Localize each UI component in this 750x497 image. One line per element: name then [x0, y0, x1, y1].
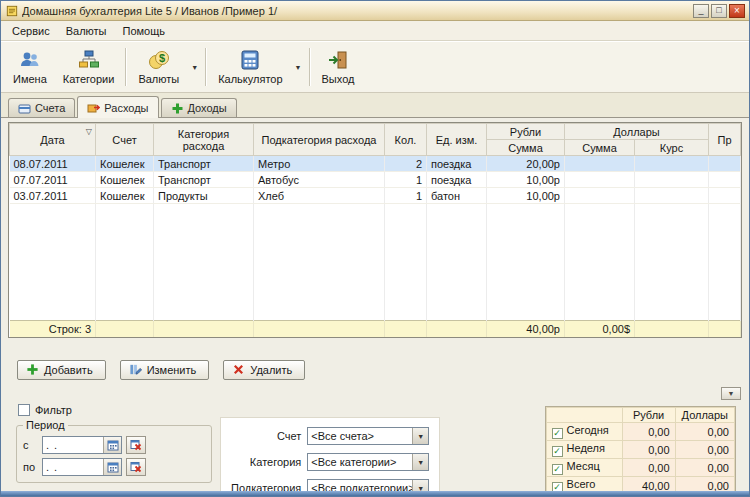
column-header-usd-sum[interactable]: Сумма — [565, 140, 635, 156]
date-to-label: по — [23, 461, 38, 473]
cell-usd-sum — [565, 156, 635, 172]
check-icon: ✓ — [553, 429, 561, 438]
date-from-clear-button[interactable] — [126, 436, 146, 454]
cell-usd-sum — [565, 172, 635, 188]
menubar: Сервис Валюты Помощь — [1, 21, 749, 41]
categories-icon — [78, 49, 100, 71]
tab-expenses[interactable]: Расходы — [77, 96, 158, 118]
delete-button-label: Удалить — [250, 364, 292, 376]
names-button-label: Имена — [13, 73, 47, 85]
summary-corner — [546, 408, 622, 423]
clear-date-icon — [130, 461, 142, 473]
cell-rub-sum: 20,00р — [487, 156, 565, 172]
category-filter-value: <Все категории> — [308, 456, 412, 468]
add-button-label: Добавить — [44, 364, 93, 376]
categories-button-label: Категории — [63, 73, 115, 85]
cell-qty: 1 — [385, 188, 427, 204]
column-header-note[interactable]: Пр — [709, 124, 741, 156]
column-header-rub-sum[interactable]: Сумма — [487, 140, 565, 156]
tabstrip: Счета Расходы Доходы — [1, 93, 749, 117]
tab-accounts[interactable]: Счета — [8, 98, 75, 117]
summary-today-rub: 0,00 — [622, 423, 675, 441]
category-filter-select[interactable]: <Все категории> ▼ — [307, 453, 429, 471]
titlebar[interactable]: Домашняя бухгалтерия Lite 5 / Иванов /Пр… — [1, 1, 749, 21]
account-filter-label: Счет — [231, 430, 301, 442]
summary-row-today: ✓Сегодня 0,00 0,00 — [546, 423, 734, 441]
menu-service[interactable]: Сервис — [5, 23, 57, 39]
calculator-dropdown-button[interactable]: ▼ — [291, 44, 306, 90]
cell-usd-sum — [565, 188, 635, 204]
names-button[interactable]: Имена — [5, 44, 55, 90]
currencies-icon: $ — [148, 49, 170, 71]
cell-usd-rate — [635, 156, 709, 172]
exit-button-label: Выход — [322, 73, 355, 85]
toolbar-separator — [125, 48, 127, 86]
column-header-account[interactable]: Счет — [96, 124, 154, 156]
maximize-button[interactable]: □ — [711, 4, 727, 18]
cell-category: Продукты — [154, 188, 254, 204]
add-button[interactable]: Добавить — [17, 360, 106, 380]
table-row[interactable]: 08.07.2011 Кошелек Транспорт Метро 2 пое… — [10, 156, 741, 172]
table-row[interactable]: 03.07.2011 Кошелек Продукты Хлеб 1 батон… — [10, 188, 741, 204]
incomes-icon — [171, 102, 184, 115]
cell-rub-sum: 10,00р — [487, 188, 565, 204]
collapse-panel-button[interactable]: ▼ — [721, 387, 741, 400]
summary-month-rub: 0,00 — [622, 459, 675, 477]
cell-qty: 1 — [385, 172, 427, 188]
account-filter-select[interactable]: <Все счета> ▼ — [307, 427, 429, 445]
summary-today-usd: 0,00 — [675, 423, 734, 441]
close-button[interactable]: × — [729, 4, 745, 18]
cell-unit: поездка — [427, 172, 487, 188]
window-bottom-frame — [1, 491, 749, 496]
date-to-clear-button[interactable] — [126, 458, 146, 476]
cell-category: Транспорт — [154, 172, 254, 188]
edit-icon — [129, 363, 142, 376]
summary-week-label: Неделя — [567, 442, 605, 454]
menu-currencies[interactable]: Валюты — [59, 23, 114, 39]
summary-week-usd: 0,00 — [675, 441, 734, 459]
filter-checkbox[interactable] — [18, 404, 30, 416]
date-from-input[interactable]: . . — [42, 436, 122, 454]
week-checkbox[interactable]: ✓ — [552, 446, 563, 457]
minimize-icon: _ — [698, 6, 703, 15]
edit-button[interactable]: Изменить — [120, 360, 210, 380]
calculator-button[interactable]: Калькулятор — [210, 44, 290, 90]
menu-help[interactable]: Помощь — [116, 23, 173, 39]
period-label: Период — [23, 419, 68, 431]
column-header-unit[interactable]: Ед. изм. — [427, 124, 487, 156]
chevron-down-icon[interactable]: ▼ — [412, 454, 428, 470]
cell-account: Кошелек — [96, 156, 154, 172]
tab-incomes[interactable]: Доходы — [161, 98, 237, 117]
cell-usd-rate — [635, 172, 709, 188]
summary-month-label: Месяц — [567, 460, 600, 472]
summary-row-month: ✓Месяц 0,00 0,00 — [546, 459, 734, 477]
categories-button[interactable]: Категории — [55, 44, 123, 90]
chevron-down-icon: ▼ — [295, 64, 302, 71]
actions-row: Добавить Изменить Удалить — [17, 360, 742, 380]
date-from-calendar-button[interactable] — [103, 437, 121, 453]
exit-button[interactable]: Выход — [314, 44, 363, 90]
currencies-dropdown-button[interactable]: ▼ — [187, 44, 202, 90]
names-icon — [19, 49, 41, 71]
edit-button-label: Изменить — [147, 364, 197, 376]
column-header-usd-rate[interactable]: Курс — [635, 140, 709, 156]
currencies-button[interactable]: $ Валюты — [130, 44, 187, 90]
exit-icon — [327, 49, 349, 71]
date-to-calendar-button[interactable] — [103, 459, 121, 475]
minimize-button[interactable]: _ — [693, 4, 709, 18]
today-checkbox[interactable]: ✓ — [552, 428, 563, 439]
chevron-down-icon[interactable]: ▼ — [412, 428, 428, 444]
cell-date: 07.07.2011 — [10, 172, 96, 188]
column-header-date[interactable]: Дата▽ — [10, 124, 96, 156]
column-header-category[interactable]: Категория расхода — [154, 124, 254, 156]
column-header-subcategory[interactable]: Подкатегория расхода — [254, 124, 385, 156]
month-checkbox[interactable]: ✓ — [552, 464, 563, 475]
delete-button[interactable]: Удалить — [223, 360, 305, 380]
date-to-input[interactable]: . . — [42, 458, 122, 476]
column-header-qty[interactable]: Кол. — [385, 124, 427, 156]
table-row[interactable]: 07.07.2011 Кошелек Транспорт Автобус 1 п… — [10, 172, 741, 188]
check-icon: ✓ — [553, 447, 561, 456]
tab-accounts-label: Счета — [35, 102, 65, 114]
table-totals-row: Строк: 3 40,00р 0,00$ — [10, 320, 741, 337]
totals-summary-panel: Рубли Доллары ✓Сегодня 0,00 0,00 ✓Неделя… — [545, 406, 736, 496]
